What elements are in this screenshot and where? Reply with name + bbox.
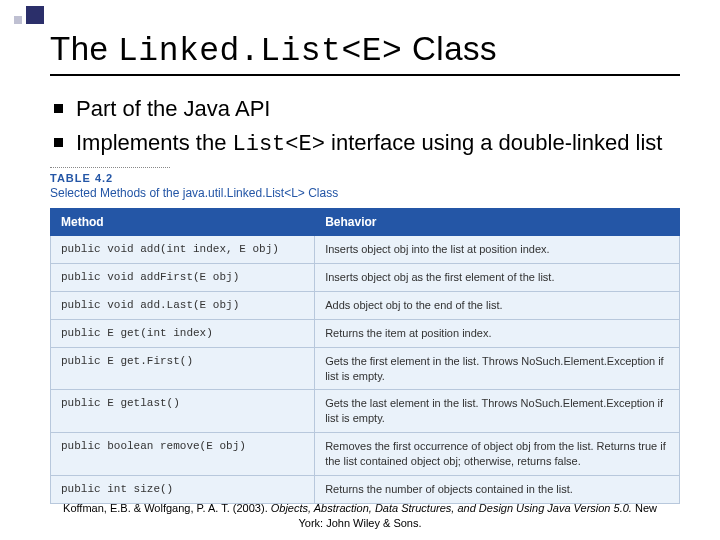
bullet-item: Part of the Java API bbox=[54, 94, 680, 126]
table-row: public void add(int index, E obj)Inserts… bbox=[51, 236, 680, 264]
table-label: TABLE 4.2 bbox=[50, 172, 680, 184]
table-row: public E get(int index)Returns the item … bbox=[51, 319, 680, 347]
deco-square-large bbox=[26, 6, 44, 24]
citation-title: Objects, Abstraction, Data Structures, a… bbox=[271, 502, 632, 514]
table-caption: Selected Methods of the java.util.Linked… bbox=[50, 186, 680, 200]
col-behavior: Behavior bbox=[315, 209, 680, 236]
cell-behavior: Removes the first occurrence of object o… bbox=[315, 433, 680, 476]
cell-behavior: Returns the number of objects contained … bbox=[315, 475, 680, 503]
cell-method: public void addFirst(E obj) bbox=[51, 264, 315, 292]
title-post: Class bbox=[402, 30, 497, 67]
table-wrapper: TABLE 4.2 Selected Methods of the java.u… bbox=[50, 172, 680, 503]
col-method: Method bbox=[51, 209, 315, 236]
table-row: public void add.Last(E obj)Adds object o… bbox=[51, 292, 680, 320]
cell-behavior: Returns the item at position index. bbox=[315, 319, 680, 347]
cell-method: public int size() bbox=[51, 475, 315, 503]
corner-decoration bbox=[14, 6, 44, 24]
table-row: public int size()Returns the number of o… bbox=[51, 475, 680, 503]
dotted-divider bbox=[50, 167, 170, 168]
slide-title: The Linked.List<E> Class bbox=[50, 30, 680, 76]
table-row: public E get.First()Gets the first eleme… bbox=[51, 347, 680, 390]
bullet-pre: Part of the Java API bbox=[76, 96, 270, 121]
citation-pre: Koffman, E.B. & Wolfgang, P. A. T. (2003… bbox=[63, 502, 271, 514]
table-row: public E getlast()Gets the last element … bbox=[51, 390, 680, 433]
title-pre: The bbox=[50, 30, 118, 67]
cell-method: public void add.Last(E obj) bbox=[51, 292, 315, 320]
cell-behavior: Adds object obj to the end of the list. bbox=[315, 292, 680, 320]
methods-table: Method Behavior public void add(int inde… bbox=[50, 208, 680, 503]
bullet-list: Part of the Java API Implements the List… bbox=[54, 94, 680, 159]
cell-behavior: Inserts object obj as the first element … bbox=[315, 264, 680, 292]
bullet-pre: Implements the bbox=[76, 130, 233, 155]
slide-content: The Linked.List<E> Class Part of the Jav… bbox=[0, 0, 720, 159]
cell-behavior: Gets the last element in the list. Throw… bbox=[315, 390, 680, 433]
citation: Koffman, E.B. & Wolfgang, P. A. T. (2003… bbox=[0, 501, 720, 530]
cell-behavior: Inserts object obj into the list at posi… bbox=[315, 236, 680, 264]
title-code: Linked.List<E> bbox=[118, 33, 402, 70]
deco-square-small bbox=[14, 16, 22, 24]
bullet-code: List<E> bbox=[233, 132, 325, 157]
cell-method: public E get(int index) bbox=[51, 319, 315, 347]
cell-method: public boolean remove(E obj) bbox=[51, 433, 315, 476]
cell-behavior: Gets the first element in the list. Thro… bbox=[315, 347, 680, 390]
cell-method: public E getlast() bbox=[51, 390, 315, 433]
table-row: public boolean remove(E obj)Removes the … bbox=[51, 433, 680, 476]
bullet-post: interface using a double-linked list bbox=[325, 130, 663, 155]
cell-method: public void add(int index, E obj) bbox=[51, 236, 315, 264]
cell-method: public E get.First() bbox=[51, 347, 315, 390]
table-row: public void addFirst(E obj)Inserts objec… bbox=[51, 264, 680, 292]
bullet-item: Implements the List<E> interface using a… bbox=[54, 128, 680, 160]
